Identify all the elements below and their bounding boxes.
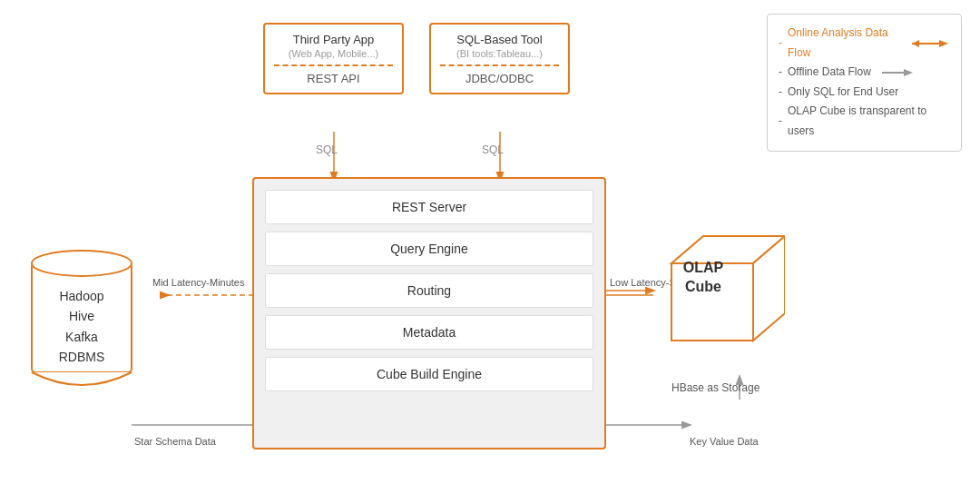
legend-only-sql: - Only SQL for End User xyxy=(779,83,950,103)
sql-label-1: SQL xyxy=(316,143,338,156)
third-party-api: REST API xyxy=(274,64,393,85)
legend-offline-label: Offline Data Flow xyxy=(788,63,871,83)
svg-marker-12 xyxy=(904,69,913,76)
sql-based-api: JDBC/ODBC xyxy=(440,64,559,85)
hadoop-line2: Hive xyxy=(27,306,136,326)
legend-online-dash: - xyxy=(779,34,782,54)
olap-cube-label: OLAP Cube xyxy=(649,259,758,297)
query-engine-label: Query Engine xyxy=(390,242,468,256)
hbase-label: HBase as Storage xyxy=(671,381,760,394)
hadoop-line4: RDBMS xyxy=(27,347,136,367)
star-schema-label: Star Schema Data xyxy=(134,436,216,447)
rest-server-label: REST Server xyxy=(392,200,466,214)
query-engine-box: Query Engine xyxy=(265,232,593,266)
legend-olap-transparent: - OLAP Cube is transparent to users xyxy=(779,102,950,141)
legend-online-arrow xyxy=(910,38,950,49)
metadata-box: Metadata xyxy=(265,315,593,350)
routing-label: Routing xyxy=(407,283,451,298)
olap-line1: OLAP xyxy=(649,259,758,278)
rest-server-box: REST Server xyxy=(265,190,593,224)
legend-box: - Online Analysis Data Flow - Offline Da… xyxy=(767,14,962,152)
metadata-label: Metadata xyxy=(403,325,456,340)
cube-build-engine-label: Cube Build Engine xyxy=(377,367,482,381)
third-party-subtitle: (Web App, Mobile...) xyxy=(274,48,393,59)
legend-olap-transparent-label: OLAP Cube is transparent to users xyxy=(788,102,950,141)
sql-based-subtitle: (BI tools:Tableau...) xyxy=(440,48,559,59)
sql-based-title: SQL-Based Tool xyxy=(440,32,559,48)
olap-line2: Cube xyxy=(649,278,758,297)
hadoop-line3: Kafka xyxy=(27,327,136,347)
third-party-box: Third Party App (Web App, Mobile...) RES… xyxy=(263,23,404,94)
hadoop-line1: Hadoop xyxy=(27,286,136,306)
mid-latency-label: Mid Latency-Minutes xyxy=(152,277,245,288)
sql-label-2: SQL xyxy=(482,143,504,156)
diagram: - Online Analysis Data Flow - Offline Da… xyxy=(0,0,980,484)
legend-online: - Online Analysis Data Flow xyxy=(779,24,950,63)
svg-point-14 xyxy=(32,251,132,276)
legend-offline-arrow xyxy=(880,67,913,78)
cube-build-engine-box: Cube Build Engine xyxy=(265,357,593,391)
third-party-title: Third Party App xyxy=(274,32,393,48)
hadoop-cylinder: Hadoop Hive Kafka RDBMS xyxy=(27,245,136,393)
sql-based-box: SQL-Based Tool (BI tools:Tableau...) JDB… xyxy=(429,23,570,94)
svg-marker-9 xyxy=(939,40,948,47)
legend-only-sql-label: Only SQL for End User xyxy=(788,83,898,103)
svg-marker-10 xyxy=(912,40,919,47)
main-engine-box: REST Server Query Engine Routing Metadat… xyxy=(252,177,606,449)
legend-online-label: Online Analysis Data Flow xyxy=(788,24,901,63)
routing-box: Routing xyxy=(265,273,593,308)
key-value-label: Key Value Data xyxy=(690,436,759,447)
olap-cube-wrap: OLAP Cube xyxy=(649,218,785,357)
legend-offline: - Offline Data Flow xyxy=(779,63,950,83)
